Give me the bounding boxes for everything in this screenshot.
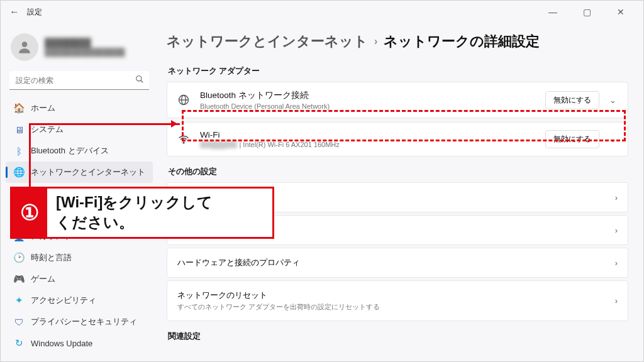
chevron-right-icon: › [615, 193, 618, 202]
disable-button[interactable]: 無効にする [545, 130, 599, 148]
back-button[interactable]: ← [6, 3, 23, 21]
sidebar-item-0[interactable]: 🏠ホーム [6, 97, 153, 119]
adapter-subtitle: Bluetooth Device (Personal Area Network) [200, 102, 545, 110]
nav-icon: 🌐 [13, 167, 25, 178]
page-title: ネットワークの詳細設定 [384, 32, 540, 51]
section-adapters-title: ネットワーク アダプター [168, 66, 628, 77]
sidebar-item-11[interactable]: ↻Windows Update [6, 332, 153, 354]
adapter-subtitle: ███ | Intel(R) Wi-Fi 6 AX201 160MHz [200, 141, 545, 148]
sidebar-item-7[interactable]: 🕑時刻と言語 [6, 247, 153, 268]
app-title: 設定 [27, 7, 42, 18]
nav-icon: 🛡 [13, 316, 25, 327]
user-info: ████████ ███████████████ [45, 38, 125, 57]
sidebar-item-label: アクセシビリティ [31, 295, 96, 306]
disable-button[interactable]: 無効にする [545, 91, 599, 109]
chevron-right-icon: › [615, 226, 618, 235]
maximize-button[interactable]: ▢ [575, 7, 598, 17]
close-button[interactable]: ✕ [609, 7, 632, 17]
sidebar-item-label: Bluetooth とデバイス [31, 145, 109, 156]
sidebar-item-label: 時刻と言語 [31, 252, 72, 263]
adapter-bluetooth[interactable]: Bluetooth ネットワーク接続 Bluetooth Device (Per… [167, 82, 628, 118]
sidebar-item-label: ホーム [31, 102, 55, 114]
nav-icon: 🏠 [13, 102, 25, 114]
annotation-number: ① [12, 189, 47, 237]
sidebar-item-1[interactable]: 🖥システム [6, 119, 153, 140]
breadcrumb-parent[interactable]: ネットワークとインターネット [167, 32, 368, 51]
globe-icon [176, 92, 191, 107]
sidebar-item-9[interactable]: ✦アクセシビリティ [6, 290, 153, 311]
annotation-callout: ① [Wi-Fi]をクリックしてください。 [10, 187, 274, 239]
search-icon [135, 75, 144, 86]
minimize-button[interactable]: — [541, 7, 564, 17]
sidebar-item-label: ネットワークとインターネット [31, 167, 145, 178]
chevron-right-icon: › [374, 36, 377, 47]
chevron-right-icon: › [615, 258, 618, 268]
nav-icon: 🖥 [13, 124, 25, 135]
svg-point-1 [136, 76, 142, 81]
sidebar-item-2[interactable]: ᛒBluetooth とデバイス [6, 140, 153, 162]
adapter-wifi[interactable]: Wi-Fi ███ | Intel(R) Wi-Fi 6 AX201 160MH… [167, 122, 628, 156]
sidebar-item-label: ゲーム [31, 273, 55, 285]
wifi-icon [176, 132, 191, 147]
annotation-arrow-vert [29, 123, 31, 189]
svg-point-0 [22, 41, 28, 47]
annotation-arrow [29, 123, 180, 125]
section-related-title: 関連設定 [168, 331, 628, 342]
section-other-title: その他の設定 [168, 167, 628, 177]
search-input[interactable] [9, 71, 149, 90]
breadcrumb: ネットワークとインターネット › ネットワークの詳細設定 [167, 26, 628, 56]
chevron-down-icon[interactable]: ⌄ [607, 134, 619, 144]
adapter-title: Wi-Fi [200, 130, 545, 140]
sidebar-item-label: Windows Update [31, 339, 92, 348]
chevron-down-icon[interactable]: ⌄ [607, 96, 619, 105]
nav-icon: 🎮 [13, 273, 25, 285]
nav-icon: ↻ [13, 337, 25, 349]
nav-icon: ᛒ [13, 145, 25, 156]
sidebar-item-label: システム [31, 124, 64, 135]
svg-point-6 [183, 142, 184, 143]
annotation-text: [Wi-Fi]をクリックしてください。 [47, 189, 221, 237]
link-hardware-props[interactable]: ハードウェアと接続のプロパティ › [167, 248, 628, 278]
nav-icon: 🕑 [13, 252, 25, 263]
link-network-reset[interactable]: ネットワークのリセット すべてのネットワーク アダプターを出荷時の設定にリセット… [167, 280, 628, 321]
sidebar-item-label: プライバシーとセキュリティ [31, 316, 137, 327]
svg-line-2 [141, 80, 143, 83]
chevron-right-icon: › [615, 296, 618, 305]
avatar-icon [11, 33, 38, 61]
nav-icon: ✦ [13, 295, 25, 306]
sidebar-item-3[interactable]: 🌐ネットワークとインターネット [6, 162, 153, 183]
sidebar-item-10[interactable]: 🛡プライバシーとセキュリティ [6, 311, 153, 332]
user-account[interactable]: ████████ ███████████████ [4, 28, 154, 70]
adapter-title: Bluetooth ネットワーク接続 [200, 90, 545, 101]
sidebar-item-8[interactable]: 🎮ゲーム [6, 268, 153, 290]
